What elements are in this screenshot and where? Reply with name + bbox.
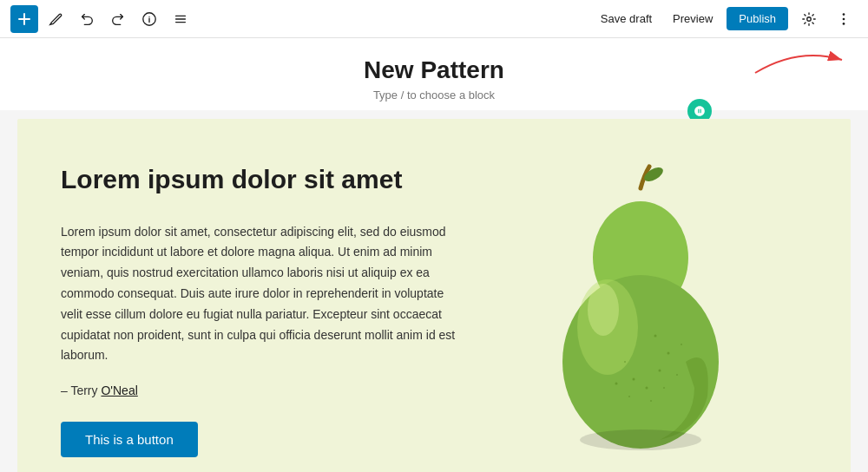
grammarly-icon — [694, 105, 706, 117]
content-body[interactable]: Lorem ipsum dolor sit amet, consectetur … — [61, 222, 460, 367]
title-area: New Pattern Type / to choose a block — [0, 38, 868, 110]
toolbar: Save draft Preview Publish — [0, 0, 868, 38]
content-attribution: – Terry O'Neal — [61, 384, 460, 397]
svg-point-16 — [663, 387, 665, 389]
tools-button[interactable] — [42, 5, 69, 33]
gear-icon — [801, 11, 817, 27]
editor-area: Lorem ipsum dolor sit amet Lorem ipsum d… — [0, 110, 868, 472]
info-button[interactable] — [135, 5, 163, 33]
svg-point-4 — [843, 23, 845, 25]
content-heading[interactable]: Lorem ipsum dolor sit amet — [61, 162, 460, 196]
svg-point-17 — [676, 374, 678, 376]
content-block: Lorem ipsum dolor sit amet Lorem ipsum d… — [17, 119, 851, 472]
preview-button[interactable]: Preview — [666, 7, 720, 30]
arrow-annotation — [746, 38, 851, 82]
undo-icon — [79, 11, 95, 27]
page-subtitle: Type / to choose a block — [0, 88, 868, 102]
settings-button[interactable] — [795, 5, 823, 33]
svg-point-2 — [843, 13, 845, 16]
attribution-prefix: – Terry — [61, 384, 101, 397]
more-options-button[interactable] — [830, 5, 858, 33]
svg-point-22 — [681, 344, 682, 345]
toolbar-right: Save draft Preview Publish — [594, 5, 858, 33]
svg-point-14 — [646, 386, 648, 389]
list-icon — [173, 11, 188, 27]
edit-icon — [48, 11, 63, 27]
svg-point-10 — [588, 284, 619, 336]
list-view-button[interactable] — [167, 5, 194, 33]
info-icon — [141, 11, 157, 27]
svg-point-12 — [667, 351, 670, 354]
svg-point-3 — [843, 17, 845, 20]
pear-image — [512, 162, 755, 457]
svg-point-19 — [628, 396, 630, 397]
svg-point-20 — [615, 382, 618, 384]
publish-button[interactable]: Publish — [727, 7, 788, 30]
content-right — [495, 162, 773, 457]
redo-icon — [110, 11, 126, 27]
svg-point-11 — [654, 334, 657, 337]
plus-icon — [17, 12, 31, 26]
svg-point-18 — [650, 400, 652, 402]
redo-button[interactable] — [104, 5, 132, 33]
attribution-link[interactable]: O'Neal — [101, 384, 137, 397]
svg-point-23 — [580, 429, 701, 450]
page-title[interactable]: New Pattern — [0, 56, 868, 85]
svg-point-1 — [807, 16, 812, 21]
content-left: Lorem ipsum dolor sit amet Lorem ipsum d… — [61, 162, 460, 458]
toolbar-left — [10, 5, 594, 33]
more-icon — [836, 11, 852, 27]
cta-button[interactable]: This is a button — [61, 422, 198, 457]
svg-point-13 — [659, 369, 661, 371]
svg-point-21 — [624, 361, 626, 363]
save-draft-button[interactable]: Save draft — [594, 7, 659, 30]
svg-point-15 — [633, 377, 635, 380]
undo-button[interactable] — [73, 5, 101, 33]
add-block-button[interactable] — [10, 5, 38, 33]
